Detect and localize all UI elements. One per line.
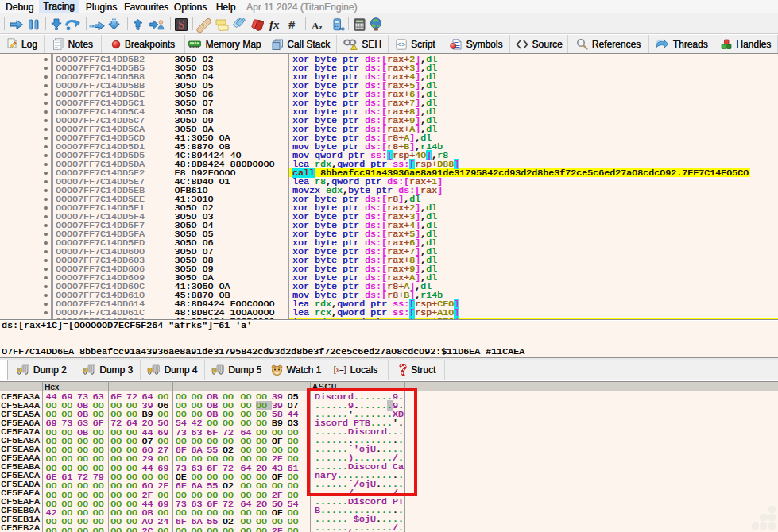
svg-text:<>: <> (397, 41, 406, 49)
svg-text:S: S (177, 18, 184, 31)
